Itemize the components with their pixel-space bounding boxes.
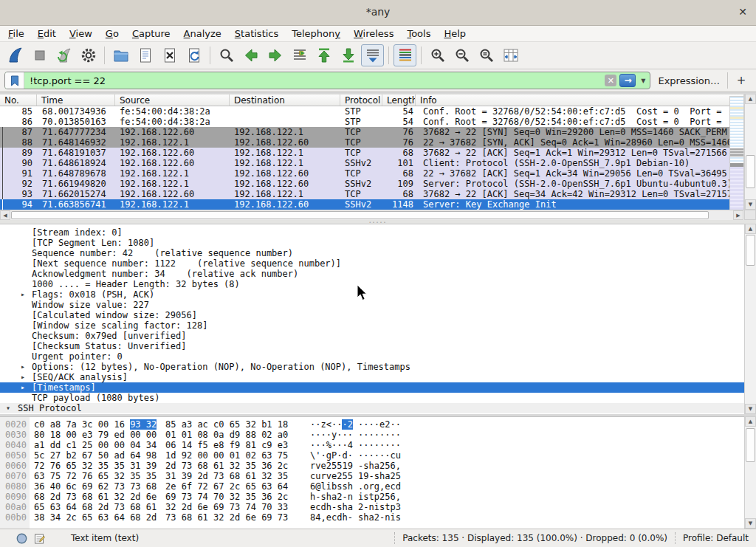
stop-capture-button[interactable]	[28, 44, 51, 66]
packet-row-94[interactable]: 9471.663856741192.168.122.1192.168.122.6…	[0, 199, 729, 210]
hex-row-0070[interactable]: 007063 75 72 76 65 32 35 3531 39 2d 73 6…	[0, 471, 744, 481]
go-forward-button[interactable]	[264, 44, 286, 66]
column-header-length[interactable]: Length	[382, 94, 416, 106]
hex-row-0090[interactable]: 009068 2d 73 68 61 32 2d 6e69 73 74 70 3…	[0, 492, 744, 502]
zoom-reset-button[interactable]	[475, 44, 498, 66]
detail-line-6[interactable]: ▸Flags: 0x018 (PSH, ACK)	[0, 289, 744, 300]
packet-list-scrollbar[interactable]: ▲ ▼	[744, 94, 756, 210]
hex-row-0020[interactable]: 0020c0 a8 7a 3c 00 16 93 3285 a3 ac c0 6…	[0, 419, 744, 430]
hex-row-0050[interactable]: 00505c 27 b2 67 50 ad 64 981d 92 00 00 0…	[0, 450, 744, 461]
go-back-button[interactable]	[239, 44, 262, 66]
hex-row-00a0[interactable]: 00a065 63 64 68 2d 73 68 6132 2d 6e 69 7…	[0, 502, 744, 512]
packet-row-87[interactable]: 8771.647777234192.168.122.60192.168.122.…	[0, 127, 729, 137]
packet-row-86[interactable]: 8670.013850163fe:54:00:d4:38:2aSTP54Conf…	[0, 117, 729, 127]
resize-columns-button[interactable]	[499, 44, 522, 66]
packet-row-89[interactable]: 8971.648191037192.168.122.60192.168.122.…	[0, 148, 729, 158]
go-to-packet-button[interactable]	[288, 44, 311, 66]
detail-line-12[interactable]: Urgent pointer: 0	[0, 351, 744, 362]
scroll-left-icon[interactable]: ◀	[0, 210, 10, 220]
detail-line-15[interactable]: ▸[Timestamps]	[0, 382, 744, 393]
hex-row-00b0[interactable]: 00b038 34 2c 65 63 64 68 2d73 68 61 32 2…	[0, 512, 744, 523]
filter-apply-button[interactable]: →	[619, 74, 636, 87]
menu-wireless[interactable]: Wireless	[347, 26, 400, 41]
packet-row-85[interactable]: 8568.001734936fe:54:00:d4:38:2aSTP54Conf…	[0, 106, 729, 117]
scroll-down-icon[interactable]: ▼	[745, 199, 756, 210]
hscrollbar-thumb[interactable]	[11, 211, 709, 219]
detail-line-13[interactable]: ▸Options: (12 bytes), No-Operation (NOP)…	[0, 362, 744, 372]
scroll-up-icon[interactable]: ▲	[745, 224, 756, 234]
zoom-in-button[interactable]	[426, 44, 449, 66]
scroll-right-icon[interactable]: ▶	[733, 210, 743, 220]
expression-button[interactable]: Expression…	[658, 75, 720, 86]
collapsed-arrow-icon[interactable]: ▸	[21, 362, 25, 372]
capture-options-button[interactable]	[77, 44, 100, 66]
go-first-button[interactable]	[312, 44, 335, 66]
hex-scrollbar[interactable]: ▲ ▼	[744, 416, 756, 529]
detail-line-18[interactable]: ▸SSH Version 2 (encryption:chacha20-poly…	[0, 413, 744, 414]
detail-line-3[interactable]: [Next sequence number: 1122 (relative se…	[0, 258, 744, 269]
collapsed-arrow-icon[interactable]: ▸	[21, 289, 25, 300]
packet-row-92[interactable]: 9271.661949820192.168.122.1192.168.122.6…	[0, 179, 729, 189]
display-filter-input[interactable]: !tcp.port == 22 ✕ → ▼	[4, 72, 650, 89]
packet-row-93[interactable]: 9371.662015274192.168.122.60192.168.122.…	[0, 189, 729, 199]
scroll-up-icon[interactable]: ▲	[745, 94, 756, 104]
packet-list-hscrollbar[interactable]: ◀ ▶	[0, 210, 744, 220]
filter-bookmark-button[interactable]	[5, 72, 24, 89]
detail-line-1[interactable]: [TCP Segment Len: 1080]	[0, 238, 744, 248]
colorize-button[interactable]	[394, 44, 416, 66]
detail-line-16[interactable]: TCP payload (1080 bytes)	[0, 393, 744, 403]
detail-line-9[interactable]: [Window size scaling factor: 128]	[0, 320, 744, 331]
menu-telephony[interactable]: Telephony	[285, 26, 347, 41]
detail-line-2[interactable]: Sequence number: 42 (relative sequence n…	[0, 248, 744, 258]
menu-edit[interactable]: Edit	[31, 26, 63, 41]
restart-capture-button[interactable]	[52, 44, 75, 66]
scroll-up-icon[interactable]: ▲	[745, 416, 756, 427]
detail-line-17[interactable]: ▾SSH Protocol	[0, 403, 744, 413]
menu-help[interactable]: Help	[437, 26, 472, 41]
detail-line-10[interactable]: Checksum: 0x79ed [unverified]	[0, 331, 744, 341]
column-header-protocol[interactable]: Protocol	[340, 94, 382, 106]
menu-file[interactable]: File	[1, 26, 31, 41]
packet-row-91[interactable]: 9171.648789678192.168.122.1192.168.122.6…	[0, 168, 729, 179]
column-header-time[interactable]: Time	[37, 94, 115, 106]
auto-scroll-button[interactable]	[361, 44, 384, 66]
column-header-destination[interactable]: Destination	[230, 94, 340, 106]
details-scrollbar[interactable]: ▲ ▼	[744, 224, 756, 414]
menu-statistics[interactable]: Statistics	[228, 26, 285, 41]
detail-line-14[interactable]: ▸[SEQ/ACK analysis]	[0, 372, 744, 382]
filter-add-button[interactable]: +	[734, 74, 749, 87]
detail-line-11[interactable]: [Checksum Status: Unverified]	[0, 341, 744, 351]
zoom-out-button[interactable]	[450, 44, 473, 66]
find-packet-button[interactable]	[215, 44, 238, 66]
detail-line-8[interactable]: [Calculated window size: 29056]	[0, 310, 744, 320]
packet-list-minimap[interactable]	[729, 96, 744, 210]
save-file-button[interactable]	[134, 44, 157, 66]
packet-row-88[interactable]: 8871.648146932192.168.122.1192.168.122.6…	[0, 137, 729, 148]
expert-info-icon[interactable]	[16, 533, 27, 544]
column-header-source[interactable]: Source	[115, 94, 230, 106]
hex-row-0080[interactable]: 008036 40 6c 69 62 73 73 682e 6f 72 67 2…	[0, 481, 744, 492]
close-icon[interactable]: ✕	[738, 6, 747, 18]
detail-line-0[interactable]: [Stream index: 0]	[0, 227, 744, 238]
scrollbar-thumb[interactable]	[746, 235, 755, 266]
go-last-button[interactable]	[337, 44, 360, 66]
capture-comment-icon[interactable]	[34, 533, 45, 544]
filter-history-caret-icon[interactable]: ▼	[638, 78, 648, 84]
open-file-button[interactable]	[109, 44, 132, 66]
scrollbar-thumb[interactable]	[746, 428, 755, 462]
collapsed-arrow-icon[interactable]: ▸	[21, 372, 25, 382]
profile-selector[interactable]: Profile: Default	[683, 533, 749, 543]
reload-file-button[interactable]	[182, 44, 205, 66]
column-header-no[interactable]: No.	[0, 94, 37, 106]
menu-analyze[interactable]: Analyze	[177, 26, 228, 41]
hex-row-0030[interactable]: 003080 18 00 e3 79 ed 00 0001 01 08 0a d…	[0, 430, 744, 440]
hex-row-0040[interactable]: 0040a1 dd c1 25 00 00 04 3406 14 f5 e8 f…	[0, 440, 744, 450]
hex-row-0060[interactable]: 006072 76 65 32 35 35 31 392d 73 68 61 3…	[0, 461, 744, 471]
menu-capture[interactable]: Capture	[126, 26, 177, 41]
scrollbar-thumb[interactable]	[746, 155, 755, 188]
menu-go[interactable]: Go	[99, 26, 126, 41]
menu-view[interactable]: View	[63, 26, 99, 41]
packet-bytes-pane[interactable]: 0020c0 a8 7a 3c 00 16 93 3285 a3 ac c0 6…	[0, 416, 744, 529]
column-header-info[interactable]: Info	[416, 94, 744, 106]
close-file-button[interactable]	[158, 44, 181, 66]
